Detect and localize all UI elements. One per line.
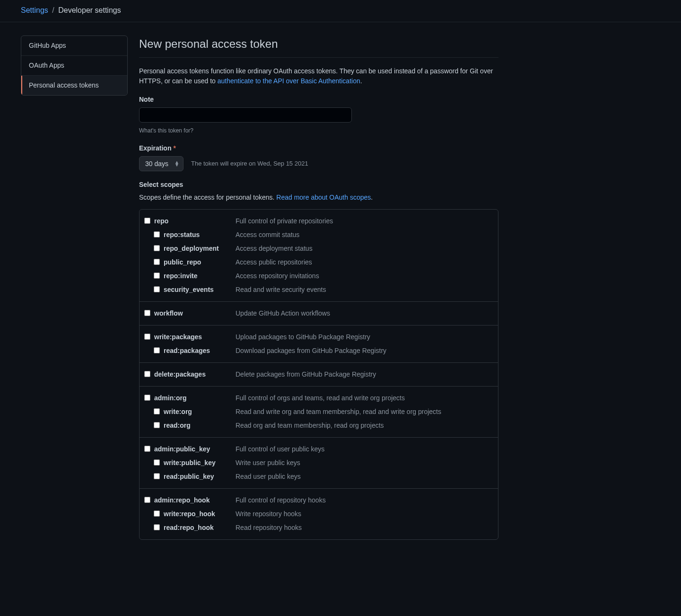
scope-description: Read user public keys — [236, 472, 493, 482]
scope-name: read:public_key — [160, 472, 236, 482]
expiration-label-text: Expiration — [139, 144, 171, 152]
scope-row: read:orgRead org and team membership, re… — [144, 419, 493, 432]
scope-checkbox[interactable] — [144, 371, 150, 377]
scope-checkbox[interactable] — [144, 218, 150, 224]
scope-name: repo:invite — [160, 271, 236, 281]
scope-name: repo_deployment — [160, 244, 236, 254]
sidebar: GitHub AppsOAuth AppsPersonal access tok… — [21, 35, 128, 548]
scope-checkbox[interactable] — [144, 334, 150, 340]
scope-row: write:public_keyWrite user public keys — [144, 456, 493, 470]
scopes-description: Scopes define the access for personal to… — [139, 193, 498, 202]
scope-description: Download packages from GitHub Package Re… — [236, 346, 493, 356]
scope-checkbox[interactable] — [154, 459, 160, 466]
scope-checkbox[interactable] — [144, 310, 150, 316]
scope-row: write:packagesUpload packages to GitHub … — [144, 330, 493, 344]
scope-checkbox[interactable] — [154, 231, 160, 238]
scope-description: Full control of repository hooks — [236, 495, 493, 505]
expiration-hint: The token will expire on Wed, Sep 15 202… — [191, 159, 308, 168]
scope-row: workflowUpdate GitHub Action workflows — [144, 307, 493, 320]
breadcrumb-root[interactable]: Settings — [21, 6, 48, 14]
scope-row: repo:statusAccess commit status — [144, 228, 493, 242]
scope-description: Write user public keys — [236, 458, 493, 468]
scope-name: admin:org — [150, 393, 236, 403]
note-hint: What's this token for? — [139, 126, 498, 135]
scope-row: security_eventsRead and write security e… — [144, 283, 493, 297]
expiration-select-wrap: 30 days ▲▼ — [139, 156, 183, 171]
scope-group: write:packagesUpload packages to GitHub … — [140, 326, 498, 363]
scope-row: read:packagesDownload packages from GitH… — [144, 344, 493, 358]
breadcrumb-separator: / — [52, 6, 54, 14]
breadcrumb-bar: Settings / Developer settings — [0, 0, 681, 22]
scope-name: write:packages — [150, 332, 236, 342]
scope-description: Update GitHub Action workflows — [236, 308, 493, 318]
scopes-desc-before: Scopes define the access for personal to… — [139, 194, 276, 201]
sidebar-menu: GitHub AppsOAuth AppsPersonal access tok… — [21, 35, 128, 96]
scope-checkbox[interactable] — [144, 446, 150, 452]
sidebar-item-personal-access-tokens[interactable]: Personal access tokens — [21, 76, 127, 95]
breadcrumb: Settings / Developer settings — [21, 5, 660, 16]
scope-row: write:repo_hookWrite repository hooks — [144, 507, 493, 521]
scope-checkbox[interactable] — [154, 524, 160, 530]
note-group: Note What's this token for? — [139, 95, 498, 135]
scope-name: repo:status — [160, 230, 236, 240]
scope-name: write:public_key — [160, 458, 236, 468]
scopes-section: Select scopes Scopes define the access f… — [139, 180, 498, 540]
scope-row: admin:orgFull control of orgs and teams,… — [144, 391, 493, 405]
scope-description: Write repository hooks — [236, 509, 493, 519]
scope-description: Full control of orgs and teams, read and… — [236, 393, 493, 403]
scope-name: write:repo_hook — [160, 509, 236, 519]
scope-group: admin:public_keyFull control of user pub… — [140, 438, 498, 489]
scope-name: read:repo_hook — [160, 523, 236, 533]
scope-checkbox[interactable] — [154, 273, 160, 279]
scope-description: Read repository hooks — [236, 523, 493, 533]
scope-checkbox[interactable] — [154, 408, 160, 414]
scopes-desc-after: . — [371, 194, 373, 201]
scope-checkbox[interactable] — [154, 473, 160, 479]
scope-checkbox[interactable] — [154, 510, 160, 517]
scope-checkbox[interactable] — [154, 259, 160, 265]
scope-row: admin:repo_hookFull control of repositor… — [144, 493, 493, 507]
scope-description: Access public repositories — [236, 257, 493, 267]
scope-row: write:orgRead and write org and team mem… — [144, 405, 493, 419]
scope-description: Delete packages from GitHub Package Regi… — [236, 370, 493, 379]
breadcrumb-current: Developer settings — [58, 6, 121, 14]
scope-checkbox[interactable] — [154, 245, 160, 251]
scope-group: admin:repo_hookFull control of repositor… — [140, 489, 498, 539]
scope-name: delete:packages — [150, 370, 236, 379]
required-star-icon: * — [173, 144, 175, 152]
scope-group: delete:packagesDelete packages from GitH… — [140, 363, 498, 387]
scope-checkbox[interactable] — [154, 422, 160, 428]
scope-name: read:packages — [160, 346, 236, 356]
scope-group: admin:orgFull control of orgs and teams,… — [140, 387, 498, 438]
scope-name: repo — [150, 216, 236, 226]
sidebar-item-oauth-apps[interactable]: OAuth Apps — [21, 56, 127, 76]
scope-description: Read and write security events — [236, 285, 493, 295]
page-title: New personal access token — [139, 35, 498, 58]
intro-paragraph: Personal access tokens function like ord… — [139, 66, 498, 86]
scope-checkbox[interactable] — [144, 395, 150, 401]
expiration-select[interactable]: 30 days — [139, 156, 183, 171]
intro-link[interactable]: authenticate to the API over Basic Authe… — [218, 77, 360, 85]
scope-description: Access commit status — [236, 230, 493, 240]
scope-checkbox[interactable] — [154, 286, 160, 292]
note-input[interactable] — [139, 107, 352, 123]
sidebar-item-github-apps[interactable]: GitHub Apps — [21, 36, 127, 56]
scope-description: Full control of user public keys — [236, 444, 493, 454]
scope-name: read:org — [160, 421, 236, 431]
scope-row: read:repo_hookRead repository hooks — [144, 521, 493, 535]
scope-description: Full control of private repositories — [236, 216, 493, 226]
scope-name: admin:public_key — [150, 444, 236, 454]
scope-group: workflowUpdate GitHub Action workflows — [140, 302, 498, 326]
scope-description: Upload packages to GitHub Package Regist… — [236, 332, 493, 342]
scope-description: Read and write org and team membership, … — [236, 407, 493, 417]
scopes-desc-link[interactable]: Read more about OAuth scopes — [276, 194, 371, 201]
expiration-group: Expiration* 30 days ▲▼ The token will ex… — [139, 143, 498, 171]
scope-checkbox[interactable] — [154, 347, 160, 353]
scopes-header: Select scopes — [139, 180, 498, 190]
scope-name: write:org — [160, 407, 236, 417]
scope-checkbox[interactable] — [144, 497, 150, 503]
scope-row: admin:public_keyFull control of user pub… — [144, 442, 493, 456]
scope-name: admin:repo_hook — [150, 495, 236, 505]
scope-description: Access repository invitations — [236, 271, 493, 281]
note-label: Note — [139, 95, 498, 105]
